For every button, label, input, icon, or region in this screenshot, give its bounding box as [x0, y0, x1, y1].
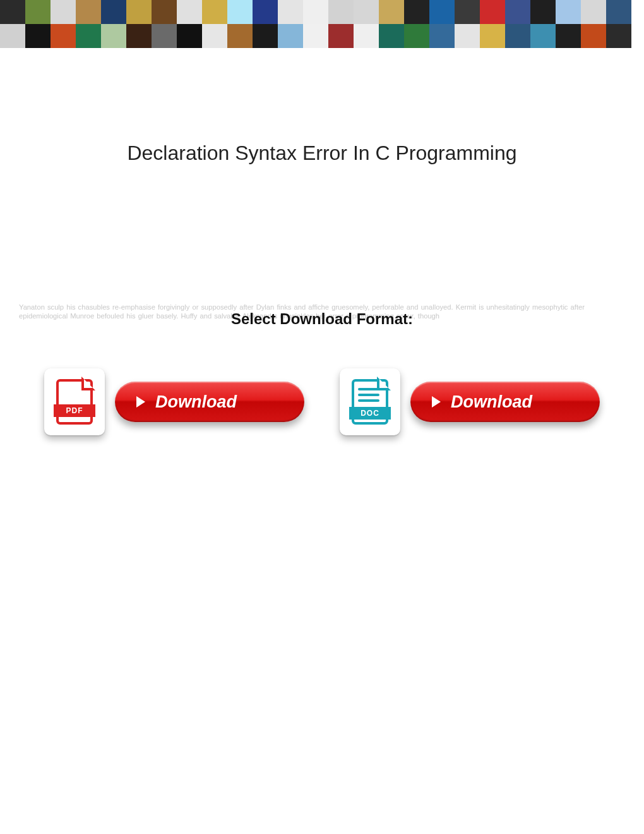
banner-tile [354, 24, 379, 48]
banner-tile [51, 0, 76, 24]
download-format-section: Yanaton sculp his chasubles re-emphasise… [0, 310, 644, 328]
banner-tile [101, 24, 126, 48]
banner-tile [202, 24, 227, 48]
banner-tile [404, 0, 429, 24]
banner-tile [505, 0, 530, 24]
banner-tile [278, 0, 303, 24]
banner-tile [328, 0, 354, 24]
banner-tile [581, 0, 606, 24]
banner-tile [76, 0, 101, 24]
banner-tile [25, 24, 51, 48]
pdf-icon: PDF [56, 379, 93, 425]
banner-tile [606, 0, 631, 24]
pdf-badge: PDF [54, 404, 95, 417]
pdf-file-card: PDF [44, 368, 105, 435]
banner-tile [0, 0, 25, 24]
banner-tile [530, 0, 556, 24]
banner-tile [429, 0, 455, 24]
banner-tile [404, 24, 429, 48]
banner-tile [126, 0, 152, 24]
select-format-label: Select Download Format: [227, 310, 417, 328]
banner-tile [455, 24, 480, 48]
banner-tile [530, 24, 556, 48]
banner-tile [303, 0, 328, 24]
banner-tile [126, 24, 152, 48]
banner-tile [227, 24, 253, 48]
banner-tile [581, 24, 606, 48]
banner-tile [505, 24, 530, 48]
banner-strip [0, 0, 644, 48]
banner-tile [556, 0, 581, 24]
banner-tile [606, 24, 631, 48]
banner-tile [328, 24, 354, 48]
banner-tile [480, 24, 505, 48]
banner-tile [152, 24, 177, 48]
banner-tile [278, 24, 303, 48]
banner-tile [177, 24, 202, 48]
download-pdf-label: Download [155, 392, 237, 412]
banner-tile [455, 0, 480, 24]
banner-tile [0, 24, 25, 48]
banner-tile [76, 24, 101, 48]
banner-tile [152, 0, 177, 24]
banner-tile [379, 24, 404, 48]
banner-tile [556, 24, 581, 48]
doc-badge: DOC [349, 407, 391, 420]
banner-tile [354, 0, 379, 24]
banner-tile [177, 0, 202, 24]
download-doc-label: Download [451, 392, 532, 412]
banner-tile [51, 24, 76, 48]
banner-tile [253, 24, 278, 48]
banner-tile [303, 24, 328, 48]
banner-tile [227, 0, 253, 24]
download-doc-button[interactable]: DOC Download [340, 368, 600, 435]
download-buttons-row: PDF Download DOC Download [0, 368, 644, 435]
doc-icon: DOC [352, 379, 388, 425]
page-title: Declaration Syntax Error In C Programmin… [0, 142, 644, 165]
banner-tile [202, 0, 227, 24]
banner-tile [429, 24, 455, 48]
banner-tile [253, 0, 278, 24]
download-pdf-button[interactable]: PDF Download [44, 368, 304, 435]
doc-file-card: DOC [340, 368, 400, 435]
download-pdf-pill: Download [115, 382, 304, 422]
banner-tile [379, 0, 404, 24]
download-doc-pill: Download [410, 382, 600, 422]
banner-tile [101, 0, 126, 24]
banner-tile [25, 0, 51, 24]
banner-tile [480, 0, 505, 24]
